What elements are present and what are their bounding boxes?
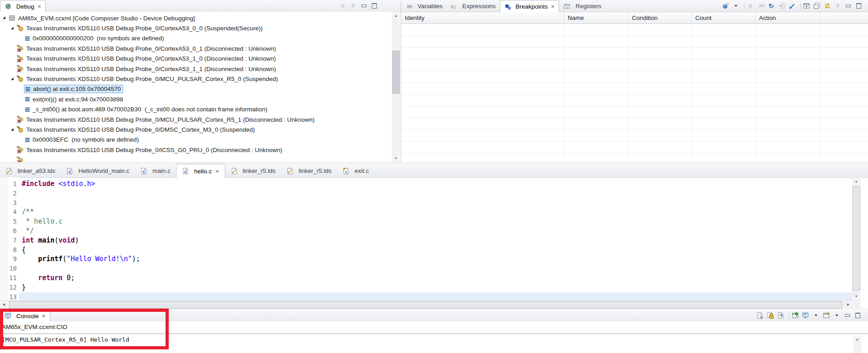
debug-tree-row[interactable]: Texas Instruments XDS110 USB Debug Probe… bbox=[0, 114, 392, 124]
code-line[interactable] bbox=[22, 264, 852, 273]
column-header-condition[interactable]: Condition bbox=[628, 12, 692, 24]
code-line[interactable] bbox=[22, 189, 852, 198]
debug-tree-row[interactable]: abort() at exit.c:105 0x70004570 bbox=[0, 84, 392, 94]
code-line[interactable] bbox=[22, 198, 852, 208]
debug-tree-row[interactable]: Texas Instruments XDS110 USB Debug Probe… bbox=[0, 54, 392, 64]
maximize-button[interactable] bbox=[855, 1, 864, 11]
tab-exit-c[interactable]: cexit.c bbox=[337, 164, 375, 177]
scroll-up-arrow-icon[interactable]: ▲ bbox=[852, 177, 860, 185]
breakpoints-empty-row[interactable] bbox=[401, 118, 868, 130]
column-header-action[interactable]: Action bbox=[755, 12, 821, 24]
breakpoints-empty-row[interactable] bbox=[401, 153, 868, 162]
breakpoints-empty-row[interactable] bbox=[401, 71, 868, 83]
column-header-name[interactable]: Name bbox=[564, 12, 628, 24]
breakpoints-empty-row[interactable] bbox=[401, 59, 868, 71]
debug-tree-row[interactable]: Texas Instruments XDS110 USB Debug Probe… bbox=[0, 145, 392, 155]
editor-hscrollbar[interactable]: ◀ ▶ bbox=[0, 300, 852, 309]
breakpoints-empty-row[interactable] bbox=[401, 24, 868, 36]
code-line[interactable]: /** bbox=[22, 207, 852, 217]
expander-arrow-icon[interactable] bbox=[11, 27, 14, 29]
breakpoints-empty-row[interactable] bbox=[401, 83, 868, 95]
breakpoints-empty-row[interactable] bbox=[401, 130, 868, 142]
tab-expressions[interactable]: xyzExpressions bbox=[446, 0, 500, 12]
open-console-button[interactable] bbox=[823, 310, 832, 320]
scroll-lock-button[interactable] bbox=[767, 310, 776, 320]
debug-tree-row[interactable]: Texas Instruments XDS110 USB Debug Probe… bbox=[0, 124, 392, 134]
scroll-left-arrow-icon[interactable]: ◀ bbox=[0, 301, 8, 309]
reload-breakpoints-button[interactable]: ↻ bbox=[768, 1, 777, 11]
view-menu-button[interactable]: ▽ bbox=[350, 1, 359, 11]
clear-console-button[interactable] bbox=[756, 310, 766, 320]
expander-arrow-icon[interactable] bbox=[3, 16, 5, 19]
scroll-down-arrow-icon[interactable]: ▼ bbox=[392, 154, 400, 162]
debug-tree-row[interactable]: _c_int00() at boot.asm:469 0x70002B30 (_… bbox=[0, 105, 392, 114]
breakpoints-empty-row[interactable] bbox=[401, 106, 868, 118]
maximize-button[interactable] bbox=[854, 310, 863, 320]
debug-tree-row[interactable]: Texas Instruments XDS110 USB Debug Probe… bbox=[0, 64, 392, 74]
scrollbar-thumb[interactable] bbox=[853, 186, 860, 291]
expander-arrow-icon[interactable] bbox=[11, 128, 14, 131]
view-menu-button[interactable]: ▽ bbox=[834, 1, 844, 11]
code-line[interactable]: #include <stdio.h> bbox=[22, 179, 852, 189]
remove-all-terminated-button[interactable]: ✕ bbox=[339, 1, 349, 11]
minimize-button[interactable] bbox=[360, 1, 370, 11]
open-console-menu-button[interactable] bbox=[833, 310, 843, 320]
minimize-button[interactable] bbox=[844, 1, 854, 11]
scroll-up-arrow-icon[interactable]: ▲ bbox=[392, 12, 400, 19]
code-line[interactable]: * hello.c bbox=[22, 217, 852, 226]
debug-tree-row[interactable]: 0x00003EFC (no symbols are defined) bbox=[0, 135, 392, 145]
code-line[interactable]: return 0; bbox=[22, 273, 852, 283]
tab-linker-a53-lds[interactable]: linker_a53.lds bbox=[0, 164, 61, 177]
tab-hello-c[interactable]: chello.c✕ bbox=[176, 164, 225, 178]
scroll-right-arrow-icon[interactable]: ▶ bbox=[844, 301, 852, 309]
tab-debug[interactable]: Debug✕ bbox=[0, 0, 46, 12]
pin-console-button[interactable] bbox=[792, 310, 801, 320]
tab-registers[interactable]: 10100101Registers bbox=[559, 0, 605, 12]
column-header-count[interactable]: Count bbox=[692, 12, 755, 24]
tab-variables[interactable]: (x)=Variables bbox=[403, 0, 446, 12]
scroll-down-arrow-icon[interactable]: ▼ bbox=[852, 292, 860, 300]
word-wrap-button[interactable] bbox=[777, 310, 787, 320]
remove-all-breakpoints-button[interactable]: ✕✕ bbox=[757, 1, 767, 11]
breakpoints-empty-row[interactable] bbox=[401, 95, 868, 106]
debug-tree-row[interactable]: Texas Instruments XDS110 USB Debug Probe… bbox=[0, 43, 392, 53]
maximize-button[interactable] bbox=[370, 1, 380, 11]
code-line[interactable]: printf("Hello World!\n"); bbox=[22, 254, 852, 264]
debug-tree-row[interactable] bbox=[0, 155, 392, 162]
new-breakpoint-button[interactable]: + bbox=[722, 1, 731, 11]
code-line[interactable]: } bbox=[22, 283, 852, 292]
debug-tree-scrollbar[interactable]: ▲ ▼ bbox=[392, 12, 400, 162]
minimize-button[interactable] bbox=[844, 310, 853, 320]
code-line[interactable]: int main(void) bbox=[22, 236, 852, 245]
debug-tree-row[interactable]: Texas Instruments XDS110 USB Debug Probe… bbox=[0, 23, 392, 33]
close-icon[interactable]: ✕ bbox=[551, 4, 555, 9]
display-selected-console-button[interactable] bbox=[802, 310, 811, 320]
scrollbar-thumb[interactable] bbox=[392, 51, 400, 94]
display-console-menu-button[interactable] bbox=[812, 310, 822, 320]
debug-tree-row[interactable]: exit(int)() at exit.c:94 0x70003898 bbox=[0, 94, 392, 104]
editor-vscrollbar[interactable]: ▲ ▼ bbox=[852, 177, 860, 300]
selected-stack-frame[interactable]: abort() at exit.c:105 0x70004570 bbox=[24, 85, 123, 93]
scrollbar-thumb[interactable] bbox=[9, 301, 842, 309]
breakpoints-empty-row[interactable] bbox=[401, 48, 868, 59]
debug-launch-tree[interactable]: AM65x_EVM.ccxml [Code Composer Studio - … bbox=[0, 12, 392, 162]
close-icon[interactable]: ✕ bbox=[215, 169, 219, 174]
expander-arrow-icon[interactable] bbox=[11, 77, 14, 80]
scroll-up-arrow-icon[interactable]: ▲ bbox=[853, 335, 861, 343]
show-breakpoints-supported-button[interactable] bbox=[803, 1, 812, 11]
debug-tree-row[interactable]: 0x0000000000000200 (no symbols are defin… bbox=[0, 33, 392, 43]
go-to-file-for-breakpoint-button[interactable] bbox=[778, 1, 787, 11]
remove-breakpoint-button[interactable]: ✕ bbox=[747, 1, 756, 11]
close-icon[interactable]: ✕ bbox=[38, 4, 41, 9]
debug-tree-row[interactable]: AM65x_EVM.ccxml [Code Composer Studio - … bbox=[0, 13, 392, 23]
code-line[interactable]: */ bbox=[22, 226, 852, 236]
tab-breakpoints[interactable]: Breakpoints✕ bbox=[500, 0, 560, 12]
sync-breakpoints-button[interactable] bbox=[824, 1, 833, 11]
breakpoints-empty-row[interactable] bbox=[401, 36, 868, 48]
tab-helloworld-main-c[interactable]: cHelloWorld_main.c bbox=[61, 164, 135, 177]
tab-linker-r5-lds[interactable]: linker_r5.lds bbox=[225, 164, 281, 177]
tab-linker-r5-lds[interactable]: linker_r5.lds bbox=[281, 164, 337, 177]
console-scrollbar[interactable]: ▲ bbox=[853, 335, 861, 353]
debug-tree-row[interactable]: Texas Instruments XDS110 USB Debug Probe… bbox=[0, 74, 392, 84]
skip-all-breakpoints-button[interactable] bbox=[788, 1, 798, 11]
